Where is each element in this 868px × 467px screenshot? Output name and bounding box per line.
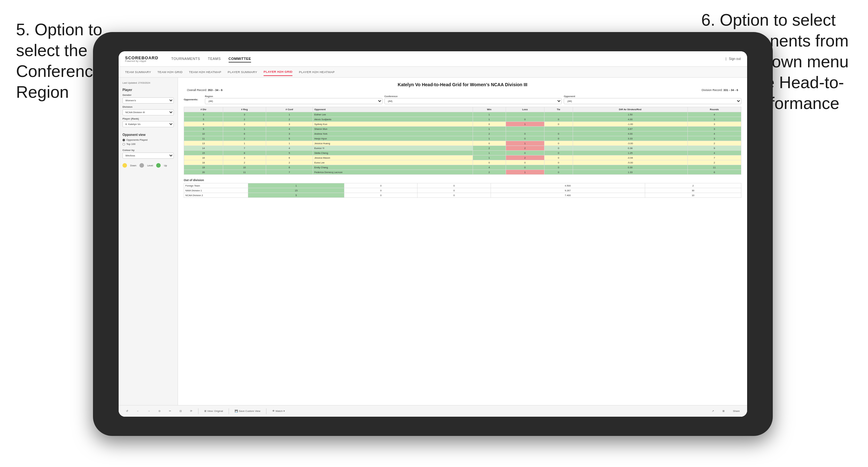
ood-cell-rounds: 30 <box>645 188 741 193</box>
logo: SCOREBOARD Powered by clippd <box>125 56 158 62</box>
grid-btn[interactable]: ⊞ <box>720 409 727 413</box>
nav-tab-committee[interactable]: COMMITTEE <box>228 56 251 62</box>
cell-diff: 3.33 <box>573 136 688 141</box>
opponent-filter-select[interactable]: (All) <box>564 98 741 104</box>
share-btn[interactable]: Share <box>731 409 742 413</box>
cell-conf: 3 <box>266 122 313 127</box>
cell-tie: 0 <box>544 160 573 165</box>
player-rank-select[interactable]: 8. Katelyn Vo <box>123 121 174 127</box>
cell-diff: 1.25 <box>573 151 688 155</box>
filter-row: Opponents: Region (All) Conference (All) <box>184 95 741 104</box>
cell-win: 2 <box>473 170 506 175</box>
region-filter-select[interactable]: (All) <box>205 98 382 104</box>
cell-diff: 0.38 <box>573 146 688 151</box>
app-header: SCOREBOARD Powered by clippd TOURNAMENTS… <box>119 51 747 67</box>
undo-btn[interactable]: ↺ <box>123 409 131 413</box>
colour-by-select[interactable]: Win/loss <box>123 153 174 159</box>
cell-reg: 2 <box>223 160 266 165</box>
cell-tie: 0 <box>544 170 573 175</box>
gender-label: Gender <box>123 94 174 96</box>
forward-btn[interactable]: → <box>145 409 153 413</box>
sub-tab-player-h2h-heatmap[interactable]: PLAYER H2H HEATMAP <box>299 68 335 75</box>
cell-reg: 10 <box>223 165 266 170</box>
opponent-filter-label: Opponent <box>564 95 741 98</box>
radio-top100[interactable]: Top 100 <box>123 143 174 146</box>
cell-win: 1 <box>473 155 506 160</box>
legend-label-up: Up <box>164 164 167 167</box>
cell-opponent: Sydney Kuo <box>313 122 473 127</box>
save-custom-view-btn[interactable]: 💾 Save Custom View <box>232 409 263 413</box>
col-loss: Loss <box>506 107 544 112</box>
cell-div: 5 <box>184 117 223 122</box>
ood-cell-loss: 0 <box>344 193 417 198</box>
table-row: 16 3 6 Jessica Mason 1 2 0 -0.94 7 <box>184 155 741 160</box>
conference-filter-select[interactable]: (All) <box>384 98 562 104</box>
nav-tab-tournaments[interactable]: TOURNAMENTS <box>171 56 200 62</box>
cell-diff: 4.00 <box>573 131 688 136</box>
cell-tie: 0 <box>544 141 573 146</box>
tablet-screen: SCOREBOARD Powered by clippd TOURNAMENTS… <box>119 51 747 417</box>
cell-tie: 0 <box>544 131 573 136</box>
toolbar-divider-2 <box>228 408 229 414</box>
conference-filter-group: Conference (All) <box>384 95 562 104</box>
cell-win: 2 <box>473 146 506 151</box>
watch-btn[interactable]: 👁 Watch ▾ <box>270 409 287 413</box>
cell-reg: 8 <box>223 151 266 155</box>
cell-loss: 0 <box>506 117 544 122</box>
cell-win: 0 <box>473 160 506 165</box>
time-btn[interactable]: ⟳ <box>188 409 195 413</box>
sub-tab-team-h2h-grid[interactable]: TEAM H2H GRID <box>157 68 182 75</box>
tablet-device: SCOREBOARD Powered by clippd TOURNAMENTS… <box>93 32 773 436</box>
cell-rounds: 3 <box>687 136 741 141</box>
record-btn[interactable]: ⊡ <box>177 409 184 413</box>
content-area: Katelyn Vo Head-to-Head Grid for Women's… <box>178 77 747 417</box>
data-table: # Div # Reg # Conf Opponent Win Loss Tie… <box>184 107 741 175</box>
cell-opponent: Esther Lee <box>313 112 473 117</box>
out-of-division-title: Out of division <box>184 179 741 182</box>
cell-tie: 0 <box>544 122 573 127</box>
cell-conf: 7 <box>266 170 313 175</box>
sign-out-link[interactable]: Sign out <box>729 57 741 61</box>
radio-dot-top100 <box>123 143 125 146</box>
cell-loss: 0 <box>506 160 544 165</box>
cell-loss: 0 <box>506 136 544 141</box>
cut-btn[interactable]: ✂ <box>166 409 174 413</box>
cell-div: 11 <box>184 136 223 141</box>
nav-tab-teams[interactable]: TEAMS <box>208 56 221 62</box>
refresh-btn[interactable]: ⊙ <box>156 409 163 413</box>
cell-diff: -0.94 <box>573 155 688 160</box>
division-select[interactable]: NCAA Division III <box>123 109 174 115</box>
sub-tab-player-h2h-grid[interactable]: PLAYER H2H GRID <box>264 68 292 76</box>
cell-loss: 2 <box>506 155 544 160</box>
view-original-btn[interactable]: ⊞ View: Original <box>202 409 225 413</box>
table-row: 5 2 2 Alexis Sudjianto 1 0 0 4.00 3 <box>184 117 741 122</box>
cell-div: 9 <box>184 127 223 131</box>
sub-tab-team-h2h-heatmap[interactable]: TEAM H2H HEATMAP <box>189 68 221 75</box>
ood-table-row: Foreign Team 1 0 0 4.500 2 <box>184 183 741 188</box>
sub-tab-player-summary[interactable]: PLAYER SUMMARY <box>228 68 257 75</box>
cell-conf: 2 <box>266 117 313 122</box>
legend-dot-level <box>140 163 144 168</box>
back-btn[interactable]: ← <box>134 409 142 413</box>
col-diff: Diff Av Strokes/Rnd <box>573 107 688 112</box>
export-btn[interactable]: ↗ <box>709 409 717 413</box>
cell-win: 1 <box>473 127 506 131</box>
cell-conf: 6 <box>266 155 313 160</box>
radio-opponents-played[interactable]: Opponents Played <box>123 138 174 142</box>
sub-nav: TEAM SUMMARY TEAM H2H GRID TEAM H2H HEAT… <box>119 67 747 77</box>
cell-win: 1 <box>473 151 506 155</box>
col-div: # Div <box>184 107 223 112</box>
cell-loss: 0 <box>506 151 544 155</box>
ood-cell-tie: 0 <box>417 188 491 193</box>
radio-label-opponents: Opponents Played <box>126 138 148 142</box>
cell-reg: 1 <box>223 127 266 131</box>
sub-tab-team-summary[interactable]: TEAM SUMMARY <box>125 68 151 75</box>
ood-cell-opponent: NCAA Division 2 <box>184 193 248 198</box>
cell-rounds: 3 <box>687 122 741 127</box>
ood-cell-win: 1 <box>248 183 344 188</box>
table-row: 11 2 5 Heejo Hyun 1 0 0 3.33 3 <box>184 136 741 141</box>
gender-select[interactable]: Women's <box>123 97 174 103</box>
cell-rounds: 2 <box>687 141 741 146</box>
ood-table-row: NAIA Division 1 15 0 0 9.267 30 <box>184 188 741 193</box>
cell-div: 6 <box>184 122 223 127</box>
